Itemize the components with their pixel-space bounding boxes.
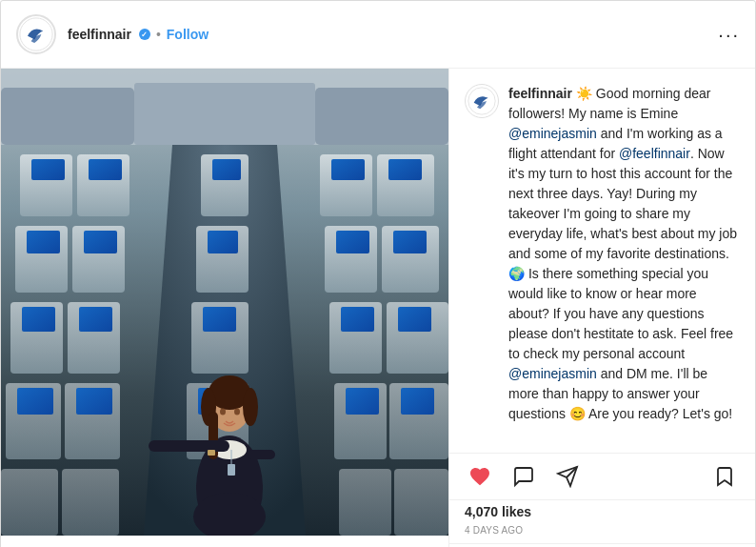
- follow-button[interactable]: Follow: [167, 27, 209, 42]
- post-header: feelfinnair • Follow ···: [1, 1, 755, 69]
- mention-eminejasmin[interactable]: @eminejasmin: [508, 126, 597, 141]
- instagram-post: feelfinnair • Follow ···: [0, 0, 756, 547]
- caption-text: feelfinnair☀️ Good morning dear follower…: [508, 84, 740, 424]
- svg-rect-18: [79, 307, 112, 332]
- post-actions: [449, 454, 755, 500]
- svg-rect-5: [134, 83, 315, 145]
- caption-block: feelfinnair☀️ Good morning dear follower…: [465, 84, 740, 424]
- svg-point-59: [220, 409, 226, 415]
- like-button[interactable]: [465, 461, 495, 492]
- mention-eminejasmin-2[interactable]: @eminejasmin: [508, 366, 597, 381]
- caption-avatar[interactable]: [465, 84, 499, 118]
- bookmark-icon: [713, 465, 736, 488]
- more-options-button[interactable]: ···: [718, 25, 740, 44]
- svg-rect-16: [22, 307, 55, 332]
- post-body: feelfinnair☀️ Good morning dear follower…: [1, 69, 755, 547]
- svg-rect-62: [247, 450, 275, 459]
- svg-rect-66: [208, 450, 215, 456]
- svg-rect-12: [27, 231, 60, 253]
- svg-rect-34: [341, 307, 374, 332]
- svg-rect-14: [84, 231, 117, 253]
- svg-rect-22: [76, 388, 112, 415]
- svg-rect-42: [394, 469, 448, 536]
- svg-rect-24: [62, 469, 119, 536]
- comment-button[interactable]: [508, 461, 539, 492]
- bookmark-button[interactable]: [709, 461, 740, 492]
- svg-rect-3: [1, 88, 134, 145]
- svg-rect-64: [228, 464, 235, 476]
- svg-point-57: [243, 388, 258, 426]
- svg-rect-40: [401, 388, 434, 415]
- svg-rect-32: [393, 231, 427, 253]
- svg-rect-26: [331, 159, 365, 180]
- svg-rect-44: [212, 159, 241, 180]
- svg-rect-28: [388, 159, 422, 180]
- svg-rect-61: [149, 440, 229, 452]
- header-username[interactable]: feelfinnair: [68, 27, 131, 42]
- share-icon: [556, 465, 579, 488]
- svg-rect-8: [31, 159, 65, 180]
- post-time: 4 days ago: [449, 523, 755, 543]
- svg-rect-4: [315, 88, 448, 145]
- caption-username[interactable]: feelfinnair: [508, 86, 572, 101]
- post-caption-area: feelfinnair☀️ Good morning dear follower…: [449, 69, 755, 454]
- post-image: [1, 69, 448, 536]
- post-right-panel: feelfinnair☀️ Good morning dear follower…: [448, 69, 755, 547]
- svg-rect-10: [89, 159, 122, 180]
- verified-badge: [139, 29, 150, 40]
- svg-rect-36: [398, 307, 431, 332]
- svg-rect-20: [17, 388, 53, 415]
- heart-icon: [468, 465, 491, 488]
- svg-point-60: [234, 409, 240, 415]
- svg-rect-48: [203, 307, 236, 332]
- svg-rect-38: [346, 388, 379, 415]
- airplane-interior-image: [1, 69, 448, 536]
- caption-body: Good morning dear followers! My name is …: [508, 86, 737, 421]
- likes-count: 4,070 likes: [449, 500, 755, 523]
- header-avatar[interactable]: [16, 14, 56, 54]
- comment-input-area: Post: [449, 543, 755, 547]
- svg-rect-23: [1, 469, 58, 536]
- svg-rect-30: [336, 231, 369, 253]
- svg-rect-46: [208, 231, 238, 253]
- comment-icon: [512, 465, 535, 488]
- share-button[interactable]: [552, 461, 583, 492]
- mention-feelfinnair[interactable]: @feelfinnair: [619, 146, 690, 161]
- svg-rect-41: [339, 469, 391, 536]
- header-info: feelfinnair • Follow: [68, 27, 718, 42]
- dot-separator: •: [156, 27, 161, 42]
